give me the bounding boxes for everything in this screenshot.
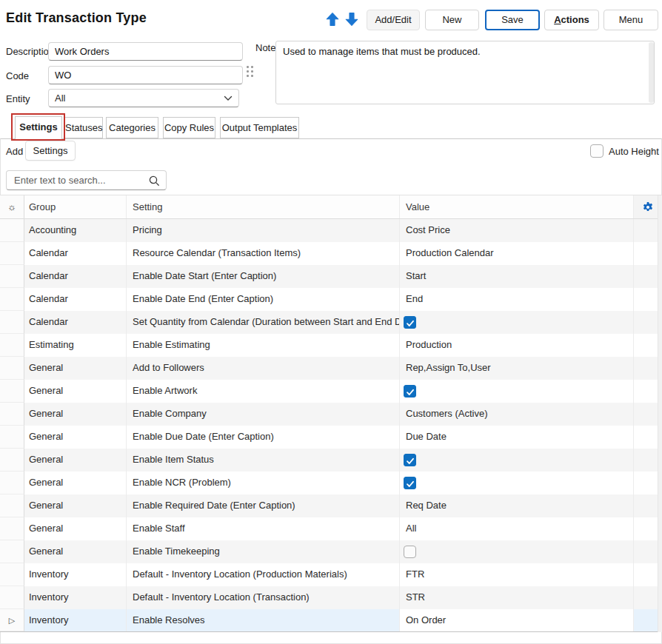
cell-group[interactable]: General	[24, 403, 127, 426]
checkbox-unchecked[interactable]	[404, 546, 416, 558]
cell-setting[interactable]: Enable Staff	[127, 517, 400, 540]
cell-setting[interactable]: Enable Artwork	[127, 380, 400, 403]
cell-value[interactable]: Start	[400, 265, 634, 288]
gear-icon[interactable]	[642, 201, 654, 213]
cell-setting[interactable]: Enable Timekeeping	[127, 540, 400, 563]
vertical-scrollbar[interactable]	[658, 195, 662, 632]
cell-group[interactable]: Inventory	[24, 609, 127, 631]
cell-value[interactable]: End	[400, 288, 634, 311]
cell-value[interactable]	[400, 449, 634, 472]
cell-value[interactable]	[400, 540, 634, 563]
cell-group[interactable]: Calendar	[24, 242, 127, 265]
column-header-value[interactable]: Value	[400, 195, 634, 218]
note-textarea[interactable]: Used to manage items that must be produc…	[275, 41, 655, 104]
cell-group[interactable]: General	[24, 472, 127, 494]
cell-setting[interactable]: Enable NCR (Problem)	[127, 472, 400, 494]
description-field[interactable]	[48, 42, 243, 61]
table-row[interactable]: AccountingPricingCost Price	[0, 219, 662, 242]
tab-settings[interactable]: Settings	[15, 116, 62, 139]
code-field[interactable]	[48, 66, 243, 84]
customization-sun-icon[interactable]: ☼	[0, 195, 24, 218]
table-row[interactable]: GeneralEnable Required Date (Enter Capti…	[0, 494, 662, 517]
cell-setting[interactable]: Set Quantity from Calendar (Duration bet…	[127, 311, 400, 334]
table-row[interactable]: GeneralEnable CompanyCustomers (Active)	[0, 403, 662, 426]
table-row[interactable]: GeneralEnable NCR (Problem)	[0, 472, 662, 494]
cell-value[interactable]: Customers (Active)	[400, 403, 634, 426]
cell-group[interactable]: General	[24, 540, 127, 563]
cell-group[interactable]: Calendar	[24, 288, 127, 311]
cell-group[interactable]: Calendar	[24, 265, 127, 288]
cell-value[interactable]: Req Date	[400, 494, 634, 517]
cell-setting[interactable]: Resource Calendar (Transaction Items)	[127, 242, 400, 265]
search-input[interactable]	[13, 174, 148, 187]
cell-setting[interactable]: Enable Company	[127, 403, 400, 426]
cell-group[interactable]: Estimating	[24, 334, 127, 357]
cell-group[interactable]: General	[24, 494, 127, 517]
column-header-group[interactable]: Group	[24, 195, 127, 218]
cell-group[interactable]: Inventory	[24, 563, 127, 586]
add-edit-button[interactable]: Add/Edit	[367, 10, 420, 30]
cell-setting[interactable]: Enable Date End (Enter Caption)	[127, 288, 400, 311]
table-row[interactable]: GeneralEnable Due Date (Enter Caption)Du…	[0, 426, 662, 449]
cell-group[interactable]: General	[24, 357, 127, 380]
cell-value[interactable]: Rep,Assign To,User	[400, 357, 634, 380]
table-row[interactable]: CalendarEnable Date Start (Enter Caption…	[0, 265, 662, 288]
cell-value[interactable]	[400, 472, 634, 494]
cell-setting[interactable]: Enable Date Start (Enter Caption)	[127, 265, 400, 288]
checkbox-checked[interactable]	[404, 316, 416, 329]
menu-button[interactable]: Menu	[604, 10, 658, 30]
cell-value[interactable]	[400, 380, 634, 403]
table-row[interactable]: ▷InventoryEnable ResolvesOn Order	[0, 609, 662, 632]
cell-setting[interactable]: Default - Inventory Location (Transactio…	[127, 586, 400, 609]
cell-group[interactable]: Accounting	[24, 219, 127, 242]
cell-value[interactable]: STR	[400, 586, 634, 609]
cell-value[interactable]: All	[400, 517, 634, 540]
tab-categories[interactable]: Categories	[106, 117, 158, 138]
cell-group[interactable]: General	[24, 449, 127, 472]
table-row[interactable]: GeneralEnable Item Status	[0, 449, 662, 472]
cell-setting[interactable]: Enable Due Date (Enter Caption)	[127, 426, 400, 449]
cell-setting[interactable]: Enable Estimating	[127, 334, 400, 357]
entity-select[interactable]: All	[48, 89, 239, 107]
new-button[interactable]: New	[425, 10, 479, 30]
tab-copy-rules[interactable]: Copy Rules	[163, 117, 215, 138]
checkbox-checked[interactable]	[404, 454, 416, 466]
cell-setting[interactable]: Enable Resolves	[127, 609, 400, 631]
cell-group[interactable]: General	[24, 380, 127, 403]
cell-group[interactable]: Inventory	[24, 586, 127, 609]
table-row[interactable]: GeneralEnable Timekeeping	[0, 540, 662, 563]
cell-value[interactable]	[400, 311, 634, 334]
note-scrollbar[interactable]	[649, 42, 654, 103]
cell-group[interactable]: Calendar	[24, 311, 127, 334]
table-row[interactable]: CalendarResource Calendar (Transaction I…	[0, 242, 662, 265]
checkbox-checked[interactable]	[404, 477, 416, 489]
cell-setting[interactable]: Add to Followers	[127, 357, 400, 380]
up-arrow-button[interactable]	[324, 12, 341, 28]
table-row[interactable]: InventoryDefault - Inventory Location (T…	[0, 586, 662, 609]
cell-group[interactable]: General	[24, 517, 127, 540]
cell-setting[interactable]: Default - Inventory Location (Production…	[127, 563, 400, 586]
add-settings-button[interactable]: Settings	[25, 141, 76, 161]
table-row[interactable]: EstimatingEnable EstimatingProduction	[0, 334, 662, 357]
down-arrow-button[interactable]	[344, 12, 360, 28]
table-row[interactable]: InventoryDefault - Inventory Location (P…	[0, 563, 662, 586]
table-row[interactable]: GeneralAdd to FollowersRep,Assign To,Use…	[0, 357, 662, 380]
cell-setting[interactable]: Pricing	[127, 219, 400, 242]
cell-value[interactable]: Cost Price	[400, 219, 634, 242]
cell-value[interactable]: Production	[400, 334, 634, 357]
tab-statuses[interactable]: Statuses	[64, 117, 103, 138]
splitter-drag-handle-icon[interactable]	[247, 66, 253, 77]
checkbox-checked[interactable]	[404, 385, 416, 398]
table-row[interactable]: CalendarSet Quantity from Calendar (Dura…	[0, 311, 662, 334]
table-row[interactable]: CalendarEnable Date End (Enter Caption)E…	[0, 288, 662, 311]
column-header-setting[interactable]: Setting	[127, 195, 400, 218]
auto-height-checkbox[interactable]	[590, 144, 604, 158]
cell-group[interactable]: General	[24, 426, 127, 449]
search-icon[interactable]	[148, 175, 160, 187]
cell-setting[interactable]: Enable Item Status	[127, 449, 400, 472]
tab-output-templates[interactable]: Output Templates	[220, 117, 299, 138]
cell-value[interactable]: FTR	[400, 563, 634, 586]
cell-value[interactable]: On Order	[400, 609, 634, 631]
cell-value[interactable]: Production Calendar	[400, 242, 634, 265]
cell-setting[interactable]: Enable Required Date (Enter Caption)	[127, 494, 400, 517]
